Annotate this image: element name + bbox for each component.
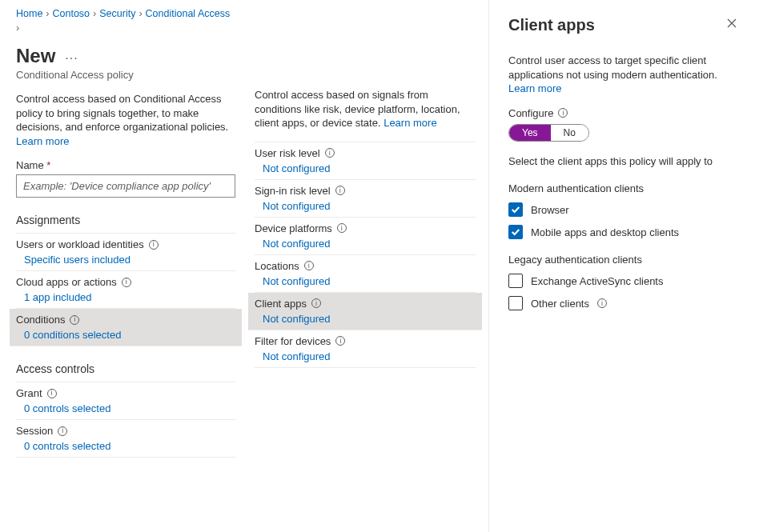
cond-signin-risk-title: Sign-in risk level	[255, 185, 331, 197]
group-legacy: Legacy authentication clients	[508, 254, 740, 266]
info-icon[interactable]	[47, 389, 57, 398]
policy-name-input[interactable]	[16, 174, 235, 198]
item-session[interactable]: Session 0 controls selected	[16, 420, 235, 458]
configure-label: Configure	[508, 107, 553, 119]
opt-mobile-label: Mobile apps and desktop clients	[531, 226, 679, 238]
checkbox-eas[interactable]	[508, 274, 523, 288]
cond-filter[interactable]: Filter for devices Not configured	[255, 330, 476, 368]
close-icon[interactable]	[724, 16, 740, 32]
cond-user-risk-sub[interactable]: Not configured	[255, 162, 476, 174]
item-users[interactable]: Users or workload identities Specific us…	[16, 233, 235, 271]
chevron-right-icon: ›	[46, 8, 49, 19]
info-icon[interactable]	[335, 186, 345, 195]
group-modern: Modern authentication clients	[508, 182, 740, 194]
section-assignments: Assignments	[16, 214, 235, 226]
opt-eas-row[interactable]: Exchange ActiveSync clients	[508, 274, 740, 288]
cond-signin-risk[interactable]: Sign-in risk level Not configured	[255, 180, 476, 218]
info-icon[interactable]	[311, 298, 321, 308]
name-label: Name *	[16, 159, 235, 171]
info-icon[interactable]	[337, 223, 347, 233]
learn-more-link[interactable]: Learn more	[16, 135, 69, 147]
crumb-security[interactable]: Security	[99, 8, 135, 19]
info-icon[interactable]	[597, 298, 607, 308]
chevron-right-icon: ›	[93, 8, 96, 19]
panel-title: Client apps	[508, 16, 595, 34]
item-grant-sub[interactable]: 0 controls selected	[16, 402, 235, 414]
item-users-title: Users or workload identities	[16, 238, 144, 250]
configure-toggle[interactable]: Yes No	[508, 124, 589, 142]
opt-eas-label: Exchange ActiveSync clients	[531, 275, 663, 287]
opt-other-label: Other clients	[531, 298, 589, 310]
info-icon[interactable]	[558, 108, 568, 118]
page-title: New	[16, 45, 55, 67]
cond-signin-risk-sub[interactable]: Not configured	[255, 200, 476, 212]
page-intro: Control access based on Conditional Acce…	[16, 92, 235, 148]
checkbox-browser[interactable]	[508, 202, 523, 217]
toggle-no[interactable]: No	[551, 125, 588, 141]
cond-filter-sub[interactable]: Not configured	[255, 350, 476, 362]
conditions-learn-more[interactable]: Learn more	[384, 117, 436, 129]
item-conditions-title: Conditions	[16, 314, 65, 326]
chevron-right-icon: ›	[139, 8, 142, 19]
item-grant[interactable]: Grant 0 controls selected	[16, 382, 235, 420]
page-intro-text: Control access based on Conditional Acce…	[16, 93, 228, 133]
info-icon[interactable]	[70, 315, 79, 325]
checkbox-mobile[interactable]	[508, 225, 523, 239]
breadcrumb: Home› Contoso› Security› Conditional Acc…	[16, 8, 235, 40]
item-apps[interactable]: Cloud apps or actions 1 app included	[16, 271, 235, 309]
item-users-sub[interactable]: Specific users included	[16, 254, 235, 266]
crumb-home[interactable]: Home	[16, 8, 42, 19]
cond-platforms[interactable]: Device platforms Not configured	[255, 218, 476, 255]
conditions-intro: Control access based on signals from con…	[255, 88, 476, 130]
cond-locations-title: Locations	[255, 260, 299, 272]
info-icon[interactable]	[335, 336, 345, 346]
panel-desc: Control user access to target specific c…	[508, 54, 740, 96]
item-conditions-sub[interactable]: 0 conditions selected	[16, 329, 235, 341]
cond-client-apps-title: Client apps	[255, 298, 307, 310]
cond-filter-title: Filter for devices	[255, 335, 331, 347]
cond-locations-sub[interactable]: Not configured	[255, 275, 476, 287]
opt-mobile-row[interactable]: Mobile apps and desktop clients	[508, 225, 740, 239]
chevron-right-icon: ›	[16, 22, 19, 34]
item-apps-title: Cloud apps or actions	[16, 276, 117, 288]
name-label-text: Name	[16, 159, 44, 171]
cond-locations[interactable]: Locations Not configured	[255, 255, 476, 293]
crumb-contoso[interactable]: Contoso	[53, 8, 90, 19]
opt-browser-row[interactable]: Browser	[508, 202, 740, 217]
cond-client-apps-sub[interactable]: Not configured	[255, 313, 476, 325]
page-subtitle: Conditional Access policy	[16, 69, 235, 81]
section-access-controls: Access controls	[16, 362, 235, 375]
select-blurb: Select the client apps this policy will …	[508, 154, 740, 169]
panel-learn-more[interactable]: Learn more	[508, 82, 561, 94]
item-session-title: Session	[16, 425, 53, 437]
item-grant-title: Grant	[16, 387, 42, 399]
cond-client-apps[interactable]: Client apps Not configured	[248, 293, 482, 330]
more-icon[interactable]: ···	[65, 51, 78, 66]
info-icon[interactable]	[325, 148, 335, 158]
required-asterisk: *	[46, 159, 50, 171]
item-apps-sub[interactable]: 1 app included	[16, 291, 235, 303]
cond-user-risk-title: User risk level	[255, 147, 320, 159]
panel-desc-text: Control user access to target specific c…	[508, 54, 717, 81]
info-icon[interactable]	[58, 426, 67, 436]
cond-user-risk[interactable]: User risk level Not configured	[255, 142, 476, 180]
cond-platforms-title: Device platforms	[255, 222, 332, 234]
info-icon[interactable]	[304, 261, 314, 270]
cond-platforms-sub[interactable]: Not configured	[255, 238, 476, 250]
item-conditions[interactable]: Conditions 0 conditions selected	[10, 309, 242, 346]
crumb-ca[interactable]: Conditional Access	[146, 8, 231, 19]
toggle-yes[interactable]: Yes	[509, 125, 551, 141]
opt-other-row[interactable]: Other clients	[508, 296, 740, 310]
item-session-sub[interactable]: 0 controls selected	[16, 440, 235, 452]
info-icon[interactable]	[122, 278, 131, 287]
info-icon[interactable]	[149, 240, 159, 250]
opt-browser-label: Browser	[531, 204, 569, 216]
checkbox-other[interactable]	[508, 296, 523, 310]
